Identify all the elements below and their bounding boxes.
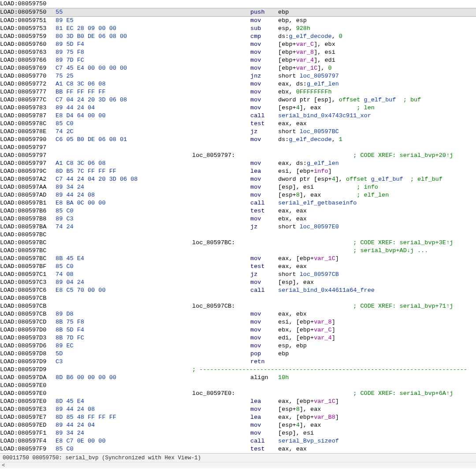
xref-comment[interactable]: ; serial_bvp+AD↓j ... [353,247,428,254]
asm-line[interactable]: LOAD:08059797 A1 C8 3C 06 08moveax, ds:g… [0,160,476,168]
segment-address: LOAD:080597CD [0,318,52,326]
asm-line[interactable]: LOAD:0805977C C7 04 24 20 3D 06 08movdwo… [0,96,476,104]
asm-line[interactable]: LOAD:080597BC loc_80597BC: ; CODE XREF: … [0,239,476,247]
operands: eax, eax [278,446,307,452]
mnemonic: align [250,374,278,382]
operands: [ebp+var_4], edi [278,57,335,63]
asm-line[interactable]: LOAD:080597B6 85 C0testeax, eax [0,207,476,215]
asm-line[interactable]: LOAD:080597CB loc_80597CB: ; CODE XREF: … [0,302,476,310]
asm-line[interactable]: LOAD:08059777 BB FF FF FF FFmovebx, 0FFF… [0,88,476,96]
asm-line[interactable]: LOAD:080597E0 [0,382,476,390]
opcode-bytes: 8B 5D F4 [56,327,84,333]
asm-line[interactable]: LOAD:08059751 89 E5movebp, esp [0,17,476,25]
operands: serial_bind_0x44611a64_free [278,287,375,294]
xref-comment[interactable]: ; CODE XREF: serial_bvp+71↑j [353,303,453,309]
mnemonic: lea [250,413,278,421]
mnemonic: mov [250,183,278,191]
asm-line[interactable]: LOAD:080597BA 74 24jzshort loc_80597E0 [0,223,476,231]
asm-line[interactable]: LOAD:080597A2 C7 44 24 04 20 3D 06 08mov… [0,175,476,183]
xref-comment[interactable]: ; CODE XREF: serial_bvp+3E↑j [353,239,453,246]
nav-chevron[interactable]: < [0,462,476,468]
asm-line[interactable]: LOAD:08059772 A1 C8 3C 06 08moveax, ds:g… [0,80,476,88]
asm-line[interactable]: LOAD:08059760 89 5D F4mov[ebp+var_C], eb… [0,41,476,48]
asm-line[interactable]: LOAD:080597D9 ; ------------------------… [0,366,476,374]
asm-line[interactable]: LOAD:08059763 89 75 F8mov[ebp+var_8], es… [0,48,476,56]
asm-line[interactable]: LOAD:080597E0 8D 45 E4leaeax, [ebp+var_1… [0,398,476,406]
opcode-bytes: 81 EC 28 09 00 00 [56,25,116,32]
asm-line[interactable]: LOAD:08059797 loc_8059797: ; CODE XREF: … [0,152,476,160]
asm-line[interactable]: LOAD:08059753 81 EC 28 09 00 00subesp, 9… [0,25,476,33]
asm-line[interactable]: LOAD:08059783 89 44 24 04mov[esp+4], eax… [0,104,476,112]
segment-address: LOAD:080597B1 [0,199,52,207]
asm-line[interactable]: LOAD:080597D6 89 ECmovesp, ebp [0,342,476,350]
asm-line[interactable]: LOAD:0805979C 8D B5 7C FF FF FFleaesi, [… [0,168,476,175]
xref-comment[interactable]: ; CODE XREF: serial_bvp+20↑j [353,152,453,159]
mnemonic: mov [250,64,278,72]
opcode-bytes: 89 04 24 [56,279,84,286]
asm-line[interactable]: LOAD:080597F1 89 34 24mov[esp], esi [0,429,476,437]
operands: eax, [ebp+var_1C] [278,398,339,405]
asm-line[interactable]: LOAD:08059759 80 3D B0 DE 06 08 00cmpds:… [0,33,476,41]
opcode-bytes: 74 24 [56,223,74,230]
asm-line[interactable]: LOAD:080597F9 85 C0testeax, eax [0,445,476,453]
opcode-bytes: 89 44 24 08 [56,406,95,413]
mnemonic: jz [250,223,278,231]
asm-line[interactable]: LOAD:080597E0 loc_80597E0: ; CODE XREF: … [0,390,476,398]
inline-comment: ; buf [400,97,421,103]
asm-line[interactable]: LOAD:080597B1 E8 BA 0C 00 00callserial_e… [0,199,476,207]
asm-line[interactable]: LOAD:080597AA 89 34 24mov[esp], esi ; in… [0,183,476,191]
asm-line[interactable]: LOAD:08059769 C7 45 E4 00 00 00 00mov[eb… [0,64,476,72]
asm-line[interactable]: LOAD:08059797 [0,144,476,152]
asm-line[interactable]: LOAD:0805978E 74 2Cjzshort loc_80597BC [0,128,476,136]
code-label[interactable]: loc_80597CB: [192,303,235,309]
asm-line[interactable]: LOAD:080597CD 8B 75 F8movesi, [ebp+var_8… [0,318,476,326]
asm-line[interactable]: LOAD:080597D3 8B 7D FCmovedi, [ebp+var_4… [0,334,476,342]
asm-line[interactable]: LOAD:080597ED 89 44 24 04mov[esp+4], eax [0,421,476,429]
segment-address: LOAD:080597F4 [0,437,52,445]
asm-line[interactable]: LOAD:08059750 55pushebp [0,8,476,17]
asm-line[interactable]: LOAD:080597C1 74 08jzshort loc_80597CB [0,271,476,279]
mnemonic: jz [250,128,278,136]
segment-address: LOAD:080597DA [0,374,52,382]
opcode-bytes: E8 C7 0E 00 00 [56,438,105,444]
segment-address: LOAD:08059797 [0,160,52,168]
asm-line[interactable]: LOAD:080597C3 89 04 24mov[esp], eax [0,279,476,287]
asm-line[interactable]: LOAD:080597BC 8B 45 E4moveax, [ebp+var_1… [0,255,476,263]
asm-line[interactable]: LOAD:08059766 89 7D FCmov[ebp+var_4], ed… [0,56,476,64]
code-label[interactable]: loc_80597E0: [192,390,235,397]
asm-line[interactable]: LOAD:0805978C 85 C0testeax, eax [0,120,476,128]
segment-address: LOAD:080597AD [0,191,52,199]
asm-line[interactable]: LOAD:08059787 E8 D4 64 00 00callserial_b… [0,112,476,120]
xref-comment[interactable]: ; CODE XREF: serial_bvp+6A↑j [353,390,453,397]
asm-line[interactable]: LOAD:080597AD 89 44 24 08mov[esp+8], eax… [0,191,476,199]
code-label[interactable]: loc_80597BC: [192,239,235,246]
opcode-bytes: E8 D4 64 00 00 [56,112,105,119]
asm-line[interactable]: LOAD:080597BF 85 C0testeax, eax [0,263,476,271]
disassembly-listing[interactable]: LOAD:08059750 LOAD:08059750 55pushebpLOA… [0,0,476,453]
operands: esp, 928h [278,25,310,32]
code-label[interactable]: loc_8059797: [192,152,235,159]
mnemonic: mov [250,175,278,183]
asm-line[interactable]: LOAD:080597BC [0,231,476,239]
asm-line[interactable]: LOAD:080597D9 C3retn [0,358,476,366]
asm-line[interactable]: LOAD:080597D8 5Dpopebp [0,350,476,358]
operands: [ebp+var_C], ebx [278,41,335,48]
segment-address: LOAD:08059760 [0,41,52,48]
asm-line[interactable]: LOAD:080597D0 8B 5D F4movebx, [ebp+var_C… [0,326,476,334]
asm-line[interactable]: LOAD:08059750 [0,0,476,8]
mnemonic: retn [250,358,278,366]
status-text: 00011750 08059750: serial_bvp (Synchroni… [3,455,201,461]
operands: short loc_80597CB [278,271,339,278]
asm-line[interactable]: LOAD:080597B8 89 C3movebx, eax [0,215,476,223]
asm-line[interactable]: LOAD:080597DA 8D B6 00 00 00 00align10h [0,374,476,382]
asm-line[interactable]: LOAD:08059790 C6 05 B0 DE 06 08 01movds:… [0,136,476,144]
asm-line[interactable]: LOAD:080597E3 89 44 24 08mov[esp+8], eax [0,406,476,413]
asm-line[interactable]: LOAD:080597E7 8D 85 48 FF FF FFleaeax, [… [0,413,476,421]
asm-line[interactable]: LOAD:080597C6 E8 C5 70 00 00callserial_b… [0,287,476,294]
asm-line[interactable]: LOAD:080597BC ; serial_bvp+AD↓j ... [0,247,476,255]
asm-line[interactable]: LOAD:080597F4 E8 C7 0E 00 00callserial_B… [0,437,476,445]
asm-line[interactable]: LOAD:080597CB 89 D8moveax, ebx [0,310,476,318]
asm-line[interactable]: LOAD:080597CB [0,294,476,302]
operands: dword ptr [esp], offset g_elf_buf [278,97,396,103]
asm-line[interactable]: LOAD:08059770 75 25jnzshort loc_8059797 [0,72,476,80]
